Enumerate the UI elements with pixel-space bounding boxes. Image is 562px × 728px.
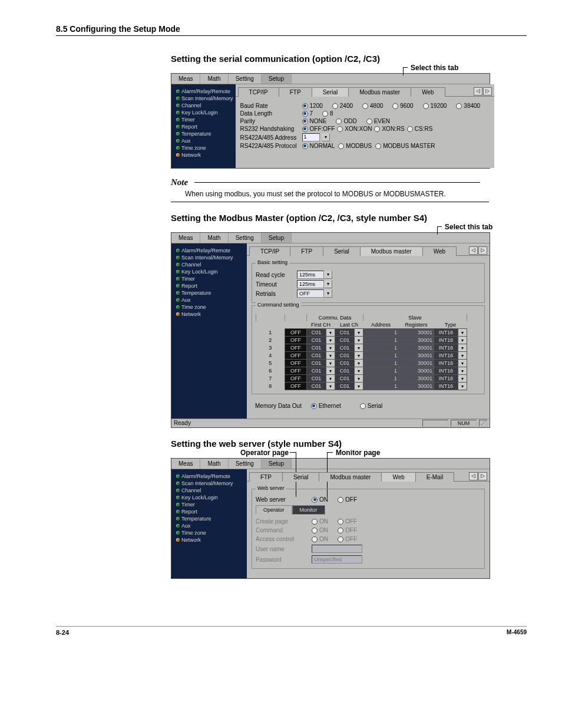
first-ch[interactable]: C01 (307, 352, 326, 360)
tab-scroll-left-icon[interactable]: ◁ (474, 87, 482, 95)
menu-math[interactable]: Math (200, 233, 228, 243)
proto-modbus[interactable]: MODBUS (338, 143, 372, 149)
dropdown-icon[interactable]: ▾ (326, 375, 335, 383)
tab-tcpip[interactable]: TCP/IP (249, 246, 290, 256)
row-onoff[interactable]: OFF (285, 360, 307, 367)
dropdown-icon[interactable]: ▾ (458, 375, 467, 383)
first-ch[interactable]: C01 (307, 383, 326, 390)
dropdown-icon[interactable]: ▾ (355, 375, 363, 383)
row-onoff[interactable]: OFF (285, 375, 307, 383)
first-ch[interactable]: C01 (307, 360, 326, 367)
tree-aux[interactable]: Aux (174, 137, 233, 144)
menu-setting[interactable]: Setting (229, 459, 262, 469)
dropdown-icon[interactable]: ▾ (326, 337, 335, 344)
tree-scan[interactable]: Scan Interval/Memory (174, 480, 244, 487)
baud-1200[interactable]: 1200 (302, 103, 323, 109)
access-on[interactable]: ON (312, 536, 328, 542)
row-onoff[interactable]: OFF (285, 383, 307, 390)
access-off[interactable]: OFF (338, 536, 357, 542)
command-on[interactable]: ON (312, 527, 328, 533)
tree-scan[interactable]: Scan Interval/Memory (174, 254, 244, 261)
tree-network[interactable]: Network (174, 536, 244, 543)
slave-type[interactable]: INT16 (434, 352, 458, 360)
baud-4800[interactable]: 4800 (362, 103, 383, 109)
tab-serial[interactable]: Serial (323, 246, 361, 256)
proto-modbusmaster[interactable]: MODBUS MASTER (375, 143, 435, 149)
slave-addr[interactable]: 1 (363, 367, 399, 375)
memout-serial[interactable]: Serial (360, 403, 383, 409)
first-ch[interactable]: C01 (307, 337, 326, 344)
dropdown-icon[interactable]: ▾ (458, 352, 467, 360)
proto-normal[interactable]: NORMAL (302, 143, 335, 149)
dropdown-icon[interactable]: ▾ (458, 367, 467, 375)
parity-none[interactable]: NONE (302, 118, 327, 124)
tree-temperature[interactable]: Temperature (174, 130, 233, 137)
menu-math[interactable]: Math (200, 459, 228, 469)
slave-type[interactable]: INT16 (434, 329, 458, 337)
tab-email[interactable]: E-Mail (415, 472, 454, 482)
dropdown-icon[interactable]: ▾ (458, 344, 467, 352)
tree-keylock[interactable]: Key Lock/Login (174, 494, 244, 501)
menu-setup[interactable]: Setup (262, 233, 292, 243)
hs-csrs[interactable]: CS:RS (407, 126, 433, 132)
parity-even[interactable]: EVEN (366, 118, 390, 124)
tree-timer[interactable]: Timer (174, 275, 244, 282)
tree-timer[interactable]: Timer (174, 501, 244, 508)
menu-setup[interactable]: Setup (262, 74, 292, 84)
dropdown-icon[interactable]: ▾ (355, 352, 363, 360)
slave-reg[interactable]: 30001 (399, 344, 434, 352)
dropdown-icon[interactable]: ▾ (355, 344, 363, 352)
last-ch[interactable]: C01 (335, 337, 355, 344)
addr-dropdown-icon[interactable]: ▾ (322, 133, 330, 141)
first-ch[interactable]: C01 (307, 367, 326, 375)
slave-addr[interactable]: 1 (363, 352, 399, 360)
tree-keylock[interactable]: Key Lock/Login (174, 109, 233, 116)
slave-addr[interactable]: 1 (363, 337, 399, 344)
tab-web[interactable]: Web (381, 472, 415, 482)
tree-network[interactable]: Network (174, 151, 233, 159)
parity-odd[interactable]: ODD (336, 118, 356, 124)
tab-scroll-right-icon[interactable]: ▷ (478, 246, 487, 255)
first-ch[interactable]: C01 (307, 329, 326, 337)
tree-aux[interactable]: Aux (174, 297, 244, 304)
row-onoff[interactable]: OFF (285, 367, 307, 375)
menu-setting[interactable]: Setting (229, 233, 262, 243)
dropdown-icon[interactable]: ▾ (326, 383, 335, 390)
slave-reg[interactable]: 30001 (399, 383, 434, 390)
slave-addr[interactable]: 1 (363, 383, 399, 390)
addr-input[interactable]: 1 (302, 133, 320, 141)
dropdown-icon[interactable]: ▾ (326, 367, 335, 375)
row-onoff[interactable]: OFF (285, 352, 307, 360)
dropdown-icon[interactable]: ▾ (326, 360, 335, 367)
hs-xonxon[interactable]: XON:XON (337, 126, 372, 132)
menu-meas[interactable]: Meas (171, 74, 200, 84)
tree-temperature[interactable]: Temperature (174, 515, 244, 522)
webserver-off[interactable]: OFF (338, 496, 357, 503)
subtab-operator[interactable]: Operator (256, 505, 292, 515)
tree-channel[interactable]: Channel (174, 487, 244, 494)
slave-type[interactable]: INT16 (434, 367, 458, 375)
slave-type[interactable]: INT16 (434, 337, 458, 344)
tab-ftp[interactable]: FTP (249, 472, 283, 482)
menu-meas[interactable]: Meas (171, 233, 200, 243)
tree-timezone[interactable]: Time zone (174, 144, 233, 151)
tree-alarm[interactable]: Alarm/Relay/Remote (174, 88, 233, 95)
dropdown-icon[interactable]: ▾ (326, 352, 335, 360)
row-onoff[interactable]: OFF (285, 329, 307, 337)
tree-channel[interactable]: Channel (174, 261, 244, 268)
dropdown-icon[interactable]: ▾ (458, 383, 467, 390)
tree-temperature[interactable]: Temperature (174, 289, 244, 297)
tree-report[interactable]: Report (174, 282, 244, 289)
slave-type[interactable]: INT16 (434, 360, 458, 367)
tab-serial[interactable]: Serial (312, 87, 349, 97)
last-ch[interactable]: C01 (335, 367, 355, 375)
tab-scroll-right-icon[interactable]: ▷ (478, 472, 487, 480)
slave-addr[interactable]: 1 (363, 360, 399, 367)
slave-reg[interactable]: 30001 (399, 367, 434, 375)
tab-tcpip[interactable]: TCP/IP (238, 87, 279, 97)
hs-offoff[interactable]: OFF:OFF (302, 126, 335, 132)
tree-report[interactable]: Report (174, 123, 233, 130)
subtab-monitor[interactable]: Monitor (292, 505, 325, 515)
dropdown-icon[interactable]: ▾ (326, 329, 335, 337)
tab-scroll-left-icon[interactable]: ◁ (469, 246, 478, 255)
